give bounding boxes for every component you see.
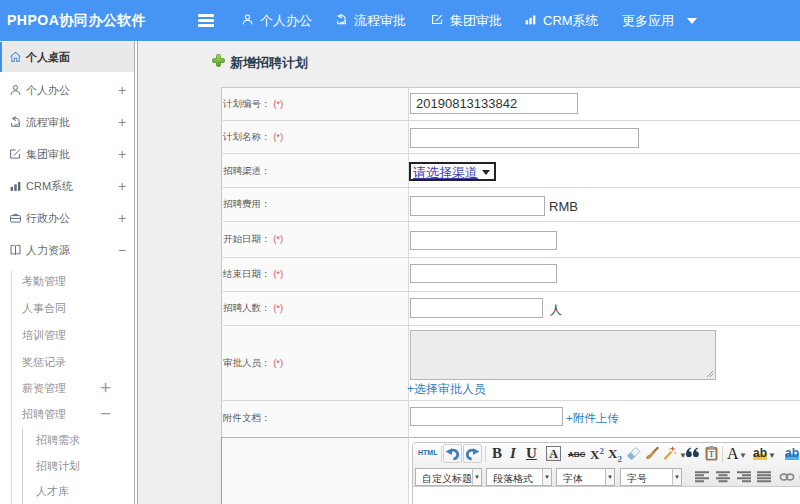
svg-text:T: T: [709, 450, 715, 459]
